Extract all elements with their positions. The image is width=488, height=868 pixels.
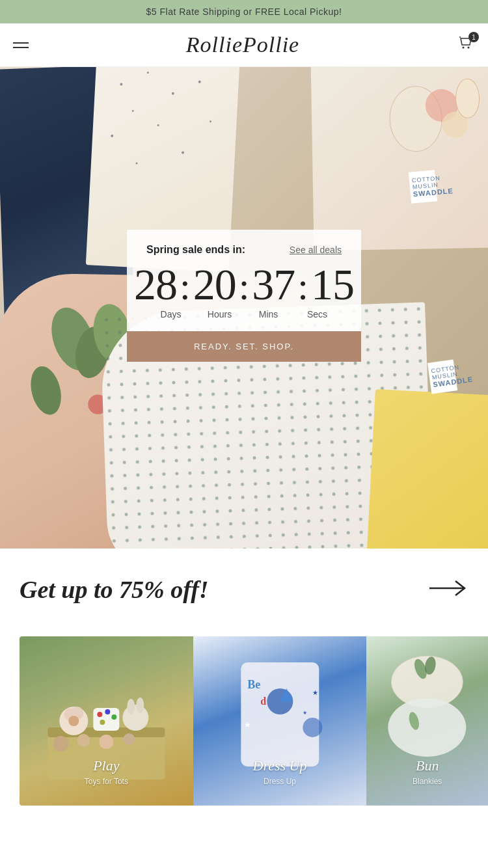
svg-point-37 — [122, 705, 148, 731]
cart-badge: 1 — [468, 32, 479, 42]
label-hours: Hours — [197, 309, 243, 319]
svg-point-10 — [182, 151, 184, 154]
cart-button[interactable]: 1 — [457, 34, 475, 55]
category-label-play: Play Toys for Tots — [20, 757, 193, 786]
svg-point-38 — [127, 699, 135, 714]
svg-point-36 — [100, 720, 105, 725]
svg-point-22 — [26, 363, 66, 418]
svg-point-34 — [105, 709, 110, 714]
svg-point-6 — [198, 81, 201, 83]
sep-1: : — [177, 267, 193, 306]
menu-line-2 — [13, 47, 29, 48]
svg-point-1 — [468, 47, 470, 49]
sale-title: Get up to 75% off! — [20, 575, 209, 604]
svg-text:★: ★ — [303, 710, 307, 716]
svg-point-0 — [463, 47, 465, 49]
svg-text:★: ★ — [244, 720, 251, 729]
category-name-dressup: Dress Up — [193, 757, 367, 774]
see-all-deals-link[interactable]: See all deals — [290, 245, 342, 255]
svg-point-11 — [135, 162, 137, 164]
category-name-play: Play — [20, 757, 193, 774]
shop-button[interactable]: READY. SET. SHOP. — [127, 331, 361, 362]
svg-point-42 — [99, 735, 113, 749]
svg-point-31 — [68, 716, 79, 726]
timer-secs: 15 — [311, 262, 354, 306]
svg-point-15 — [455, 79, 480, 118]
svg-point-8 — [111, 135, 113, 137]
category-section: Play Toys for Tots Be d ★ — [0, 630, 488, 806]
timer-mins: 37 — [252, 262, 295, 306]
site-logo[interactable]: RolliePollie — [29, 33, 457, 57]
menu-line-1 — [13, 42, 29, 44]
countdown-timer: 28 : 20 : 37 : 15 — [146, 262, 342, 306]
category-label-dressup: Dress Up Dress Up — [193, 757, 367, 786]
svg-point-39 — [136, 698, 144, 713]
timer-days: 28 — [134, 262, 177, 306]
svg-point-4 — [172, 92, 174, 95]
svg-point-40 — [53, 736, 68, 752]
sale-section: Get up to 75% off! — [0, 549, 488, 630]
category-name-blankies: Bun — [366, 757, 488, 774]
countdown-labels: Days Hours Mins Secs — [146, 309, 342, 319]
svg-text:★: ★ — [312, 689, 318, 696]
sale-arrow[interactable] — [429, 575, 468, 604]
label-days: Days — [148, 309, 194, 319]
category-sub-dressup: Dress Up — [193, 777, 367, 786]
category-item-play[interactable]: Play Toys for Tots — [20, 636, 193, 806]
svg-point-3 — [147, 72, 149, 74]
hero-section: COTTONMUSLINSWADDLE COTTONMUSLINSWADDLE … — [0, 67, 488, 549]
category-sub-blankies: Blankies — [366, 777, 488, 786]
fabric-floral — [310, 67, 488, 251]
announcement-text: $5 Flat Rate Shipping or FREE Local Pick… — [146, 7, 342, 17]
label-mins: Mins — [246, 309, 291, 319]
sep-3: : — [295, 267, 311, 306]
label-secs: Secs — [295, 309, 340, 319]
category-sub-play: Toys for Tots — [20, 777, 193, 786]
svg-point-55 — [388, 698, 467, 757]
header: RolliePollie 1 — [0, 23, 488, 67]
svg-point-33 — [97, 712, 102, 717]
category-label-blankies: Bun Blankies — [366, 757, 488, 786]
menu-button[interactable] — [13, 42, 29, 48]
svg-point-41 — [77, 734, 90, 747]
swaddle-label-1: COTTONMUSLINSWADDLE — [409, 170, 437, 203]
svg-text:Be: Be — [247, 678, 260, 691]
svg-point-2 — [120, 83, 122, 85]
svg-point-5 — [132, 110, 134, 112]
svg-point-49 — [303, 718, 322, 737]
category-item-dressup[interactable]: Be d ★ ★ ★ Dress Up Dress Up — [193, 636, 367, 806]
svg-point-43 — [123, 733, 135, 745]
svg-point-7 — [157, 124, 159, 126]
countdown-title: Spring sale ends in: — [146, 244, 245, 256]
countdown-overlay: Spring sale ends in: See all deals 28 : … — [127, 230, 361, 362]
countdown-header: Spring sale ends in: See all deals — [146, 244, 342, 256]
announcement-bar: $5 Flat Rate Shipping or FREE Local Pick… — [0, 0, 488, 23]
timer-hours: 20 — [193, 262, 236, 306]
svg-text:d: d — [260, 696, 266, 707]
svg-point-9 — [210, 120, 211, 122]
category-item-blankies[interactable]: Bun Blankies — [366, 636, 488, 806]
sep-2: : — [236, 267, 252, 306]
swaddle-label-2: COTTONMUSLINSWADDLE — [427, 359, 457, 394]
svg-point-35 — [111, 714, 116, 720]
category-grid: Play Toys for Tots Be d ★ — [0, 636, 488, 806]
fabric-yellow — [366, 389, 488, 549]
